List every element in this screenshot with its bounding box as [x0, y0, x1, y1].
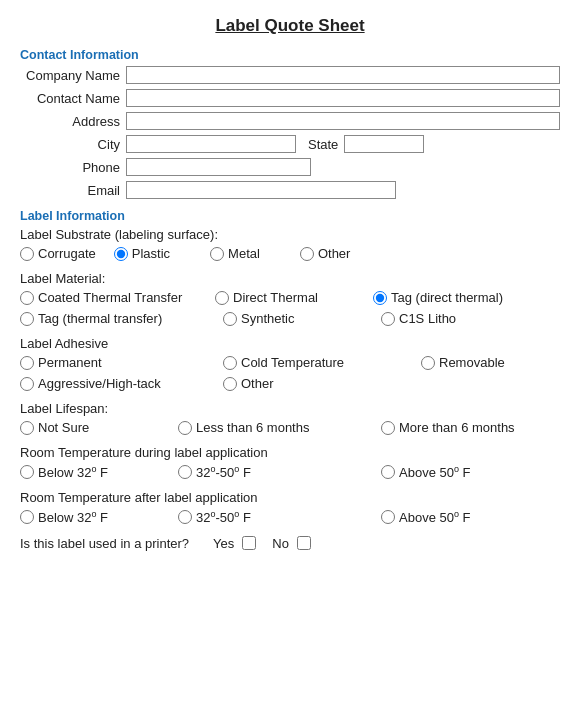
material-tag-transfer-radio[interactable]: [20, 312, 34, 326]
lifespan-more-6[interactable]: More than 6 months: [381, 420, 515, 435]
adhesive-other-label: Other: [241, 376, 274, 391]
material-row2: Tag (thermal transfer) Synthetic C1S Lit…: [20, 311, 560, 328]
printer-no-checkbox[interactable]: [297, 536, 311, 550]
substrate-corrugate[interactable]: Corrugate: [20, 246, 96, 261]
substrate-metal[interactable]: Metal: [210, 246, 260, 261]
adhesive-removable[interactable]: Removable: [421, 355, 505, 370]
contact-section-title: Contact Information: [20, 48, 560, 62]
lifespan-options: Not Sure Less than 6 months More than 6 …: [20, 420, 560, 437]
adhesive-aggressive-label: Aggressive/High-tack: [38, 376, 161, 391]
material-tag-transfer-label: Tag (thermal transfer): [38, 311, 162, 326]
material-direct-thermal-radio[interactable]: [215, 291, 229, 305]
adhesive-cold-temp-label: Cold Temperature: [241, 355, 344, 370]
company-name-input[interactable]: [126, 66, 560, 84]
printer-no-item[interactable]: No: [272, 536, 311, 551]
lifespan-less-6-label: Less than 6 months: [196, 420, 309, 435]
rt-after-above50-label: Above 50o F: [399, 509, 471, 525]
material-c1s-litho-radio[interactable]: [381, 312, 395, 326]
rt-after-32-50-label: 32o-50o F: [196, 509, 251, 525]
adhesive-removable-label: Removable: [439, 355, 505, 370]
material-label: Label Material:: [20, 271, 560, 286]
substrate-plastic[interactable]: Plastic: [114, 246, 170, 261]
adhesive-removable-radio[interactable]: [421, 356, 435, 370]
material-coated-thermal-radio[interactable]: [20, 291, 34, 305]
state-input[interactable]: [344, 135, 424, 153]
city-input[interactable]: [126, 135, 296, 153]
adhesive-row1: Permanent Cold Temperature Removable: [20, 355, 560, 372]
lifespan-less-6[interactable]: Less than 6 months: [178, 420, 363, 435]
room-temp-during-label: Room Temperature during label applicatio…: [20, 445, 560, 460]
room-temp-after-label: Room Temperature after label application: [20, 490, 560, 505]
city-label: City: [20, 137, 120, 152]
rt-during-32-50-label: 32o-50o F: [196, 464, 251, 480]
room-temp-during-options: Below 32o F 32o-50o F Above 50o F: [20, 464, 560, 482]
lifespan-less-6-radio[interactable]: [178, 421, 192, 435]
substrate-plastic-label: Plastic: [132, 246, 170, 261]
email-input[interactable]: [126, 181, 396, 199]
rt-after-below32[interactable]: Below 32o F: [20, 509, 160, 525]
rt-during-above50-radio[interactable]: [381, 465, 395, 479]
adhesive-other-radio[interactable]: [223, 377, 237, 391]
printer-yes-item[interactable]: Yes: [213, 536, 256, 551]
adhesive-permanent-radio[interactable]: [20, 356, 34, 370]
substrate-metal-radio[interactable]: [210, 247, 224, 261]
rt-during-above50-label: Above 50o F: [399, 464, 471, 480]
page-title: Label Quote Sheet: [20, 16, 560, 36]
contact-name-input[interactable]: [126, 89, 560, 107]
material-row1: Coated Thermal Transfer Direct Thermal T…: [20, 290, 560, 307]
rt-after-32-50[interactable]: 32o-50o F: [178, 509, 363, 525]
material-direct-thermal[interactable]: Direct Thermal: [215, 290, 355, 305]
material-coated-thermal[interactable]: Coated Thermal Transfer: [20, 290, 205, 305]
address-label: Address: [20, 114, 120, 129]
phone-input[interactable]: [126, 158, 311, 176]
printer-yes-label: Yes: [213, 536, 234, 551]
state-label: State: [308, 137, 338, 152]
lifespan-not-sure-label: Not Sure: [38, 420, 89, 435]
material-tag-transfer[interactable]: Tag (thermal transfer): [20, 311, 205, 326]
address-input[interactable]: [126, 112, 560, 130]
material-tag-direct-radio[interactable]: [373, 291, 387, 305]
lifespan-label: Label Lifespan:: [20, 401, 560, 416]
lifespan-not-sure-radio[interactable]: [20, 421, 34, 435]
phone-label: Phone: [20, 160, 120, 175]
printer-no-label: No: [272, 536, 289, 551]
rt-during-above50[interactable]: Above 50o F: [381, 464, 471, 480]
material-synthetic[interactable]: Synthetic: [223, 311, 363, 326]
rt-after-above50[interactable]: Above 50o F: [381, 509, 471, 525]
material-synthetic-radio[interactable]: [223, 312, 237, 326]
substrate-metal-label: Metal: [228, 246, 260, 261]
label-info-section-title: Label Information: [20, 209, 560, 223]
substrate-other[interactable]: Other: [300, 246, 351, 261]
rt-during-32-50[interactable]: 32o-50o F: [178, 464, 363, 480]
material-c1s-litho[interactable]: C1S Litho: [381, 311, 456, 326]
rt-during-below32-radio[interactable]: [20, 465, 34, 479]
adhesive-permanent[interactable]: Permanent: [20, 355, 205, 370]
room-temp-after-options: Below 32o F 32o-50o F Above 50o F: [20, 509, 560, 527]
lifespan-more-6-radio[interactable]: [381, 421, 395, 435]
substrate-options: Corrugate Plastic Metal Other: [20, 246, 560, 263]
rt-after-32-50-radio[interactable]: [178, 510, 192, 524]
substrate-plastic-radio[interactable]: [114, 247, 128, 261]
adhesive-aggressive[interactable]: Aggressive/High-tack: [20, 376, 205, 391]
adhesive-permanent-label: Permanent: [38, 355, 102, 370]
rt-during-below32-label: Below 32o F: [38, 464, 108, 480]
material-direct-thermal-label: Direct Thermal: [233, 290, 318, 305]
lifespan-not-sure[interactable]: Not Sure: [20, 420, 160, 435]
material-tag-direct[interactable]: Tag (direct thermal): [373, 290, 503, 305]
adhesive-aggressive-radio[interactable]: [20, 377, 34, 391]
material-coated-thermal-label: Coated Thermal Transfer: [38, 290, 182, 305]
printer-yes-checkbox[interactable]: [242, 536, 256, 550]
adhesive-cold-temp[interactable]: Cold Temperature: [223, 355, 403, 370]
rt-during-below32[interactable]: Below 32o F: [20, 464, 160, 480]
rt-during-32-50-radio[interactable]: [178, 465, 192, 479]
substrate-other-radio[interactable]: [300, 247, 314, 261]
printer-question-label: Is this label used in a printer?: [20, 536, 189, 551]
adhesive-cold-temp-radio[interactable]: [223, 356, 237, 370]
lifespan-more-6-label: More than 6 months: [399, 420, 515, 435]
substrate-corrugate-radio[interactable]: [20, 247, 34, 261]
rt-after-below32-label: Below 32o F: [38, 509, 108, 525]
rt-after-below32-radio[interactable]: [20, 510, 34, 524]
adhesive-other[interactable]: Other: [223, 376, 274, 391]
rt-after-above50-radio[interactable]: [381, 510, 395, 524]
material-tag-direct-label: Tag (direct thermal): [391, 290, 503, 305]
